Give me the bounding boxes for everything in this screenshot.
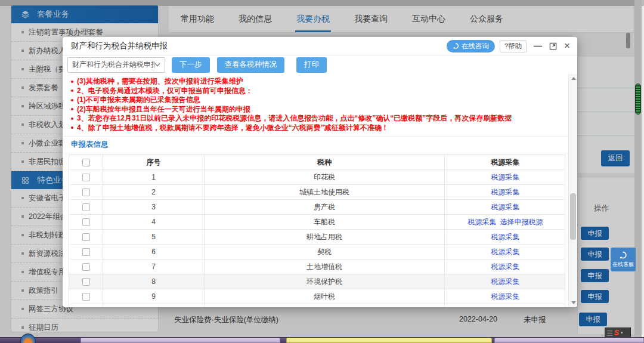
row-number: 7 [103,259,205,274]
tax-source-link[interactable]: 税源采集 [491,262,520,272]
chevron-down-icon [154,63,160,67]
drag-grid-icon [607,329,612,336]
modal-header: 财产和行为税合并纳税申报 在线咨询 ?帮助 — × [63,37,577,55]
tax-name: 车船税 [205,215,445,229]
select-all-checkbox[interactable] [82,159,90,166]
warning-text: 2、电子税务局通过本模块，仅可申报当前可申报信息： [77,86,253,96]
row-checkbox[interactable] [82,233,90,241]
tax-table-header-row: 序号 税种 税源采集 [69,155,565,170]
view-tax-status-button[interactable]: 查看各税种情况 [217,57,285,73]
warning-line: (3)其他税种，需要在按期、按次申报前进行采集维护 [71,77,562,86]
tax-name: 契税 [205,245,445,259]
warning-line: 2、电子税务局通过本模块，仅可申报当前可申报信息： [71,86,562,96]
row-number: 5 [103,230,205,244]
next-step-button[interactable]: 下一步 [172,57,210,73]
modal-content: (3)其他税种，需要在按期、按次申报前进行采集维护2、电子税务局通过本模块，仅可… [63,74,568,307]
row-checkbox[interactable] [82,248,90,256]
tax-source-link[interactable]: 税源采集 [491,277,520,287]
bullet-icon [71,89,73,92]
row-checkbox[interactable] [82,293,90,301]
row-number: 3 [103,200,205,214]
warning-text: (3)其他税种，需要在按期、按次申报前进行采集维护 [77,77,243,86]
scroll-up-arrow-icon[interactable] [571,77,576,80]
modal-scrollbar-thumb[interactable] [570,193,576,240]
modal-title: 财产和行为税合并纳税申报 [71,41,447,51]
row-checkbox[interactable] [82,174,90,181]
warning-line: 4、除了申报土地增值税，税款属期请不要跨年选择，避免小微企业“六税两费”减征额计… [71,123,562,133]
tax-source-link[interactable]: 税源采集 [491,172,520,183]
tax-source-link[interactable]: 税源采集 [468,217,497,227]
tax-declaration-modal: 财产和行为税合并纳税申报 在线咨询 ?帮助 — × 财产和行为税合并纳税申报 下… [63,37,577,307]
tax-name: 资源税 [205,304,445,307]
row-number: 1 [103,170,205,184]
warning-text: 3、若您存在12月31日以前已录入未申报的印花税税源信息，请进入信息报告功能，点… [77,114,512,123]
row-checkbox[interactable] [82,203,90,211]
taskbar-window-button[interactable] [494,338,644,343]
bullet-icon [71,126,73,129]
tax-name: 印花税 [205,170,445,184]
table-row: 8环境保护税税源采集 [69,274,565,289]
table-row: 5耕地占用税税源采集 [69,230,565,245]
tax-table-body: 1印花税税源采集2城镇土地使用税税源采集3房产税税源采集4车船税税源采集选择申报… [69,170,565,307]
close-icon[interactable]: × [564,40,570,52]
input-method-tray[interactable]: S ▾ [605,327,631,338]
warning-text: (1)不可申报未来属期的已采集报告信息 [77,95,200,105]
headset-icon [619,251,627,259]
table-row: 1印花税税源采集 [69,170,565,185]
online-service-widget[interactable]: 在线客服 [611,248,636,271]
row-checkbox[interactable] [82,189,90,196]
table-row: 10资源税税源采集 [69,304,565,307]
warning-line: (1)不可申报未来属期的已采集报告信息 [71,95,562,105]
tax-table: 序号 税种 税源采集 1印花税税源采集2城镇土地使用税税源采集3房产税税源采集4… [69,154,565,307]
row-number: 9 [103,289,205,304]
tax-name: 城镇土地使用税 [205,185,445,199]
warning-text: 4、除了申报土地增值税，税款属期请不要跨年选择，避免小微企业“六税两费”减征额计… [77,123,389,133]
warning-line: (2)车船税按年申报且当年任一天可进行当年属期的申报 [71,105,562,115]
online-consult-label: 在线咨询 [462,42,489,51]
headset-icon [453,43,459,50]
chevron-down-icon: ▾ [621,330,623,335]
scroll-down-arrow-icon[interactable] [571,301,576,304]
taskbar-window-button-active[interactable] [286,338,492,343]
tax-source-link[interactable]: 税源采集 [491,202,520,212]
table-row: 4车船税税源采集选择申报税源 [69,215,565,230]
column-header-tax: 税种 [205,155,445,169]
row-number: 2 [103,185,205,199]
row-checkbox[interactable] [82,218,90,226]
warning-text: (2)车船税按年申报且当年任一天可进行当年属期的申报 [77,105,250,115]
warning-list: (3)其他税种，需要在按期、按次申报前进行采集维护2、电子税务局通过本模块，仅可… [63,74,568,132]
page-scrollbar-thumb[interactable] [635,84,641,115]
tax-source-link[interactable]: 税源采集 [491,247,520,257]
taskbar-window-button[interactable] [80,338,280,343]
row-checkbox[interactable] [82,278,90,286]
online-consult-button[interactable]: 在线咨询 [447,40,495,52]
help-button[interactable]: ?帮助 [500,40,527,52]
tax-type-select[interactable]: 财产和行为税合并纳税申报 [67,57,165,73]
table-row: 6契税税源采集 [69,245,565,259]
row-number: 4 [103,215,205,229]
row-checkbox[interactable] [82,263,90,271]
tax-source-link[interactable]: 选择申报税源 [500,217,543,227]
print-button[interactable]: 打印 [296,57,327,73]
minimize-icon[interactable]: — [534,41,542,51]
bullet-icon [71,108,73,110]
tax-source-link[interactable]: 税源采集 [491,292,520,302]
tax-name: 房产税 [205,200,445,214]
tax-name: 耕地占用税 [205,230,445,244]
online-service-label: 在线客服 [612,261,634,268]
page-scrollbar[interactable] [634,0,642,337]
table-row: 2城镇土地使用税税源采集 [69,185,565,200]
warning-line: 3、若您存在12月31日以前已录入未申报的印花税税源信息，请进入信息报告功能，点… [71,114,562,123]
sogou-icon: S [614,329,619,336]
modal-scrollbar[interactable] [568,74,577,307]
row-number: 6 [103,245,205,259]
maximize-icon[interactable] [549,42,557,50]
column-header-no: 序号 [103,155,205,169]
tax-source-link[interactable]: 税源采集 [491,232,520,242]
column-header-source: 税源采集 [445,155,566,169]
tax-source-link[interactable]: 税源采集 [491,307,520,308]
tax-source-link[interactable]: 税源采集 [491,187,520,197]
bullet-icon [71,118,73,120]
table-row: 9烟叶税税源采集 [69,289,565,304]
row-number: 8 [103,274,205,289]
